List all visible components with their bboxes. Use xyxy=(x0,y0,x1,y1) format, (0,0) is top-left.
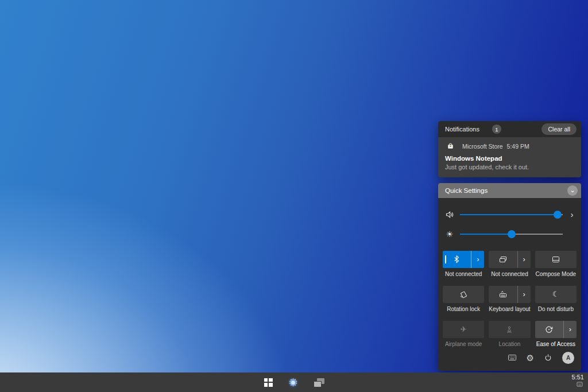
chevron-right-icon: › xyxy=(477,255,479,263)
notification-item[interactable]: Microsoft Store 5:49 PM Windows Notepad … xyxy=(438,137,581,177)
notification-center-flyout: Notifications 1 Clear all Microsoft Stor… xyxy=(438,121,581,371)
slider-fill xyxy=(460,234,512,235)
notifications-card: Notifications 1 Clear all Microsoft Stor… xyxy=(438,121,581,177)
quick-settings-tiles: › Not connected › xyxy=(438,251,581,347)
brightness-slider-row: ☀ › xyxy=(444,224,577,244)
tile-rotation-lock[interactable] xyxy=(443,286,484,303)
keyboard-layout-expand-button[interactable]: › xyxy=(517,286,531,303)
start-button[interactable] xyxy=(263,377,274,388)
desktop: Notifications 1 Clear all Microsoft Stor… xyxy=(0,0,588,392)
quick-settings-footer: ⚙ A xyxy=(438,347,581,371)
focus-caret xyxy=(445,255,446,263)
rotation-lock-icon xyxy=(459,290,468,299)
sliders-section: › ☀ › xyxy=(438,198,581,244)
tray-keyboard-icon[interactable] xyxy=(577,382,583,387)
notification-body: Just got updated, check it out. xyxy=(445,164,574,170)
brightness-slider-thumb[interactable] xyxy=(508,230,516,238)
keyboard-layout-icon xyxy=(498,290,508,299)
chevron-right-icon: › xyxy=(523,255,525,263)
ease-of-access-expand-button[interactable]: › xyxy=(563,321,577,338)
moon-icon: ☾ xyxy=(552,290,559,298)
notification-time: 5:49 PM xyxy=(507,143,529,150)
speaker-icon xyxy=(444,210,455,219)
windows-logo-icon xyxy=(264,378,273,387)
location-icon xyxy=(505,325,514,334)
quick-settings-title: Quick Settings xyxy=(445,187,488,194)
tile-cell: ✈ Airplane mode xyxy=(443,321,484,347)
touch-keyboard-button[interactable] xyxy=(508,354,517,362)
open-windows-button[interactable] xyxy=(313,377,326,388)
connect-displays-icon xyxy=(498,255,508,264)
tile-cell: › Ease of Access xyxy=(535,321,577,347)
avatar: A xyxy=(562,352,574,364)
tile-cell: Compose Mode xyxy=(535,251,577,277)
tile-label: Keyboard layout xyxy=(489,306,530,312)
volume-slider-thumb[interactable] xyxy=(554,211,562,219)
tile-label: Not connected xyxy=(445,271,482,277)
compose-mode-icon xyxy=(551,255,560,264)
tile-compose-mode[interactable] xyxy=(535,251,577,268)
clock[interactable]: 5:51 xyxy=(572,374,584,381)
notifications-count-badge: 1 xyxy=(492,125,501,134)
tile-ease-of-access[interactable]: › xyxy=(535,321,577,338)
tile-label: Not connected xyxy=(491,271,528,277)
tile-do-not-disturb[interactable]: ☾ xyxy=(535,286,577,303)
tile-airplane-mode[interactable]: ✈ xyxy=(443,321,484,338)
tile-cell: › Not connected xyxy=(443,251,484,277)
airplane-icon: ✈ xyxy=(461,325,467,333)
tile-keyboard-layout[interactable]: › xyxy=(489,286,530,303)
tile-location[interactable] xyxy=(489,321,530,338)
microsoft-store-icon xyxy=(447,142,454,150)
tile-cell: Rotation lock xyxy=(443,286,484,312)
chevron-right-icon: › xyxy=(569,325,571,333)
slider-fill xyxy=(460,214,558,215)
volume-expand-button[interactable]: › xyxy=(567,210,577,219)
gear-core-glow xyxy=(291,381,295,385)
tile-label: Compose Mode xyxy=(536,271,577,277)
taskbar: ⚙ 5:51 xyxy=(0,372,588,392)
notification-app-name: Microsoft Store xyxy=(462,143,503,150)
bluetooth-expand-button[interactable]: › xyxy=(471,251,484,268)
clear-all-button[interactable]: Clear all xyxy=(541,123,577,135)
connect-expand-button[interactable]: › xyxy=(517,251,531,268)
tile-cell: › Keyboard layout xyxy=(489,286,530,312)
brightness-slider[interactable] xyxy=(460,230,563,238)
account-avatar-button[interactable]: A xyxy=(562,352,574,364)
settings-button[interactable]: ⚙ xyxy=(527,354,534,362)
tile-cell: › Not connected xyxy=(489,251,530,277)
power-icon xyxy=(544,354,552,362)
volume-slider-row: › xyxy=(444,205,577,224)
tile-label: Rotation lock xyxy=(447,306,480,312)
notifications-title: Notifications xyxy=(445,126,479,133)
notifications-header: Notifications 1 Clear all xyxy=(438,121,581,137)
chevron-down-icon: ⌄ xyxy=(570,187,575,193)
settings-app-button[interactable]: ⚙ xyxy=(286,375,301,390)
quick-settings-header[interactable]: Quick Settings ⌄ xyxy=(438,183,581,198)
taskbar-tray[interactable]: 5:51 xyxy=(572,374,584,387)
tile-connect[interactable]: › xyxy=(489,251,530,268)
tile-label: Airplane mode xyxy=(445,341,482,347)
volume-slider[interactable] xyxy=(460,211,563,219)
tile-cell: ☾ Do not disturb xyxy=(535,286,577,312)
tile-label: Location xyxy=(499,341,521,347)
collapse-button[interactable]: ⌄ xyxy=(567,185,578,196)
tile-label: Ease of Access xyxy=(536,341,575,347)
notification-title: Windows Notepad xyxy=(445,155,574,162)
brightness-icon: ☀ xyxy=(444,230,455,239)
taskbar-center-icons: ⚙ xyxy=(0,372,588,392)
tile-cell: Location xyxy=(489,321,530,347)
keyboard-icon xyxy=(508,354,517,362)
ease-of-access-icon xyxy=(544,325,554,334)
gear-icon: ⚙ xyxy=(527,354,534,362)
window-stack-icon xyxy=(314,378,324,387)
tile-label: Do not disturb xyxy=(538,306,574,312)
bluetooth-icon xyxy=(452,255,461,263)
chevron-right-icon: › xyxy=(571,210,574,219)
chevron-right-icon: › xyxy=(523,290,525,298)
quick-settings-panel: Quick Settings ⌄ xyxy=(438,183,581,371)
power-button[interactable] xyxy=(544,354,552,362)
tile-bluetooth[interactable]: › xyxy=(443,251,484,268)
